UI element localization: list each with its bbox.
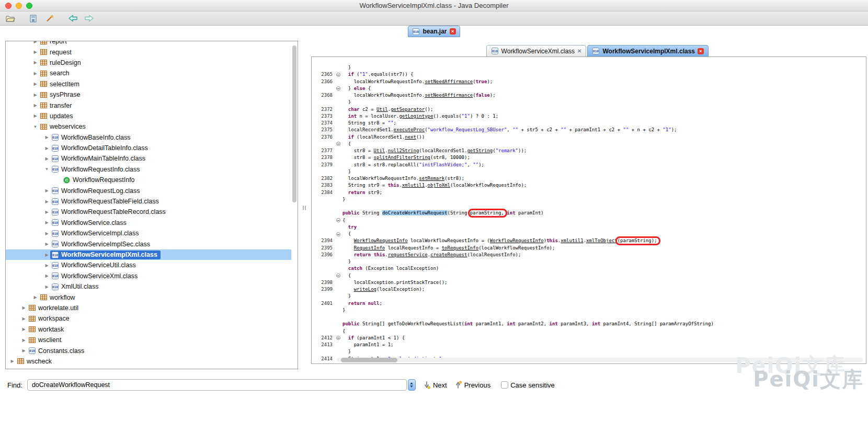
tree-item-constants-class[interactable]: ▶010Constants.class — [6, 345, 291, 356]
tree-item-workflowservicexml-class[interactable]: ▶010WorkflowServiceXml.class — [6, 271, 291, 281]
close-window-button[interactable] — [5, 3, 12, 9]
code-link[interactable]: getLogintype — [399, 113, 433, 119]
expand-arrow-icon[interactable]: ▶ — [32, 295, 39, 300]
collapse-arrow-icon[interactable]: ▼ — [43, 167, 50, 172]
expand-arrow-icon[interactable]: ▶ — [32, 41, 39, 44]
minimize-window-button[interactable] — [16, 3, 22, 9]
expand-arrow-icon[interactable]: ▶ — [32, 60, 39, 65]
scrollbar-thumb[interactable] — [341, 358, 397, 362]
tree-item-report[interactable]: ▶report — [6, 41, 291, 47]
find-input[interactable] — [27, 379, 407, 391]
editor-tab-workflowservicexml-class[interactable]: 010WorkflowServiceXml.class✕ — [486, 45, 587, 57]
find-history-stepper[interactable] — [408, 379, 416, 391]
fold-marker-icon[interactable] — [334, 218, 342, 222]
tree-item-workflowserviceimplsec-class[interactable]: ▶010WorkflowServiceImplSec.class — [6, 238, 291, 249]
open-folder-icon[interactable] — [4, 13, 17, 24]
wand-icon[interactable] — [43, 13, 56, 24]
code-link[interactable]: xmlToObject — [586, 238, 618, 243]
tree-item-xmlutil-class[interactable]: ▶010XmlUtil.class — [6, 281, 291, 292]
window-titlebar[interactable]: WorkflowServiceImplXml.class - Java Deco… — [0, 0, 868, 12]
expand-arrow-icon[interactable]: ▶ — [43, 146, 50, 151]
find-previous-label[interactable]: Previous — [464, 381, 491, 389]
tree-item-transfer[interactable]: ▶transfer — [6, 100, 291, 110]
forward-icon[interactable] — [83, 13, 95, 24]
expand-arrow-icon[interactable]: ▶ — [43, 253, 50, 257]
expand-arrow-icon[interactable]: ▶ — [43, 242, 50, 246]
tab-bean-jar[interactable]: 010 bean.jar × — [408, 26, 460, 37]
code-link[interactable]: splitAndFilterString — [374, 155, 430, 160]
tree-item-workflowrequesttablerecord-class[interactable]: ▶010WorkflowRequestTableRecord.class — [6, 207, 291, 217]
code-link[interactable]: Util — [374, 148, 385, 153]
tree-item-workrelate-util[interactable]: ▶workrelate.util — [6, 303, 291, 313]
panel-splitter[interactable] — [300, 204, 309, 211]
close-tab-icon[interactable]: × — [450, 28, 456, 35]
tree-item-worktask[interactable]: ▶worktask — [6, 324, 291, 335]
collapse-arrow-icon[interactable]: ▼ — [32, 124, 39, 129]
code-link[interactable]: writeLog — [354, 287, 376, 292]
expand-arrow-icon[interactable]: ▶ — [43, 231, 50, 236]
fold-marker-icon[interactable] — [334, 86, 342, 90]
tree-item-workflowrequestinfo[interactable]: CWorkflowRequestInfo — [6, 175, 291, 185]
tree-item-workflowrequestlog-class[interactable]: ▶010WorkflowRequestLog.class — [6, 185, 291, 196]
expand-arrow-icon[interactable]: ▶ — [43, 220, 50, 225]
tree-item-selectitem[interactable]: ▶selectItem — [6, 79, 291, 89]
tree-item-workflowserviceimpl-class[interactable]: ▶010WorkflowServiceImpl.class — [6, 228, 291, 238]
close-tab-icon[interactable]: × — [698, 48, 704, 54]
close-tab-icon[interactable]: ✕ — [577, 48, 581, 54]
expand-arrow-icon[interactable]: ▶ — [32, 113, 39, 118]
code-link[interactable]: objToXml — [428, 183, 450, 188]
expand-arrow-icon[interactable]: ▶ — [20, 327, 27, 332]
expand-arrow-icon[interactable]: ▶ — [43, 156, 50, 161]
back-icon[interactable] — [66, 13, 79, 24]
code-link[interactable]: null2String — [388, 148, 419, 153]
tree-item-workflowrequesttablefield-class[interactable]: ▶010WorkflowRequestTableField.class — [6, 196, 291, 207]
expand-arrow-icon[interactable]: ▶ — [43, 188, 50, 193]
code-link[interactable]: xmlutil1 — [561, 238, 583, 243]
tree-item-workflowservice-class[interactable]: ▶010WorkflowService.class — [6, 218, 291, 228]
code-link[interactable]: requestService — [388, 252, 428, 257]
code-link[interactable]: toRequestInfo — [442, 245, 478, 251]
code-link[interactable]: getSeparator — [391, 107, 425, 112]
code-link[interactable]: xmlutil1 — [402, 183, 425, 188]
tree-item-sysphrase[interactable]: ▶sysPhrase — [6, 89, 291, 100]
fold-marker-icon[interactable] — [334, 232, 342, 236]
tree-item-workflowserviceimplxml-class[interactable]: ▶010WorkflowServiceImplXml.class — [6, 249, 291, 260]
tree-item-wsclient[interactable]: ▶wsclient — [6, 335, 291, 345]
expand-arrow-icon[interactable]: ▶ — [43, 135, 50, 140]
expand-arrow-icon[interactable]: ▶ — [43, 199, 50, 204]
zoom-window-button[interactable] — [26, 3, 32, 9]
fold-marker-icon[interactable] — [334, 142, 342, 146]
tree-item-workflowrequestinfo-class[interactable]: ▼010WorkflowRequestInfo.class — [6, 164, 291, 175]
code-link[interactable]: RequestInfo — [354, 245, 385, 251]
expand-arrow-icon[interactable]: ▶ — [43, 210, 50, 214]
editor-tab-workflowserviceimplxml-class[interactable]: 010WorkflowServiceImplXml.class× — [587, 45, 709, 57]
expand-arrow-icon[interactable]: ▶ — [43, 285, 50, 289]
expand-arrow-icon[interactable]: ▶ — [43, 263, 50, 268]
expand-arrow-icon[interactable]: ▶ — [20, 338, 27, 343]
tree-item-request[interactable]: ▶request — [6, 47, 291, 57]
tree-item-workflowbaseinfo-class[interactable]: ▶010WorkflowBaseInfo.class — [6, 132, 291, 143]
code-link[interactable]: setRemark — [419, 176, 444, 181]
find-previous-icon[interactable] — [454, 381, 462, 389]
tree-item-workflow[interactable]: ▶workflow — [6, 292, 291, 302]
code-link[interactable]: setNeedAffirmance — [425, 93, 473, 98]
code-link[interactable]: setNeedAffirmance — [425, 79, 473, 84]
code-link[interactable]: next — [405, 134, 416, 140]
expand-arrow-icon[interactable]: ▶ — [20, 316, 27, 321]
find-next-label[interactable]: Next — [433, 381, 447, 389]
expand-arrow-icon[interactable]: ▶ — [20, 348, 27, 353]
expand-arrow-icon[interactable]: ▶ — [32, 50, 39, 54]
tree-item-wscheck[interactable]: ▶wscheck — [6, 356, 291, 367]
tree-item-updates[interactable]: ▶updates — [6, 111, 291, 121]
code-link[interactable]: getString — [467, 148, 493, 153]
code-link[interactable]: WorkflowRequestInfo — [354, 238, 408, 243]
expand-arrow-icon[interactable]: ▶ — [32, 103, 39, 108]
code-link[interactable]: Util — [376, 107, 388, 112]
expand-arrow-icon[interactable]: ▶ — [32, 93, 39, 97]
tree-item-workflowserviceutil-class[interactable]: ▶010WorkflowServiceUtil.class — [6, 260, 291, 270]
expand-arrow-icon[interactable]: ▶ — [20, 305, 27, 310]
expand-arrow-icon[interactable]: ▶ — [9, 359, 16, 363]
tree-item-workflowmaintableinfo-class[interactable]: ▶010WorkflowMainTableInfo.class — [6, 153, 291, 164]
tree-scrollbar[interactable] — [292, 45, 296, 202]
tree-item-workflowdetailtableinfo-class[interactable]: ▶010WorkflowDetailTableInfo.class — [6, 143, 291, 153]
